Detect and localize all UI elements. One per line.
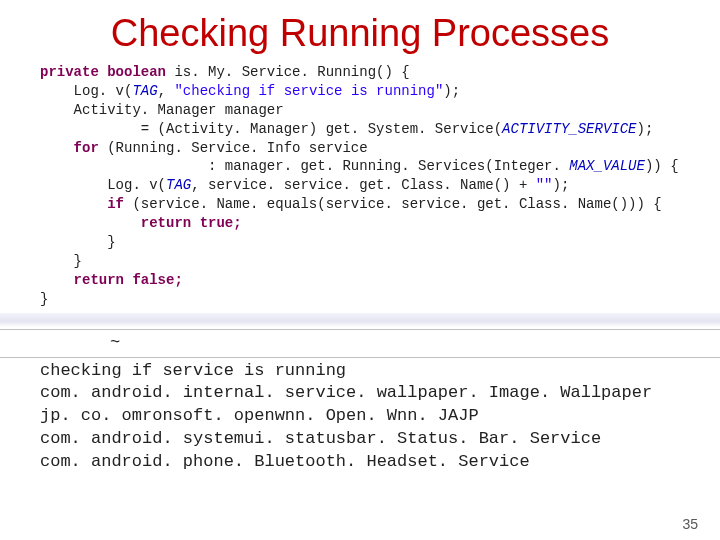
output-line: checking if service is running: [40, 361, 346, 380]
code-field: MAX_VALUE: [569, 158, 645, 174]
separator-line: [0, 357, 720, 358]
code-t: (Running. Service. Info service: [107, 140, 367, 156]
code-kw: private boolean: [40, 64, 174, 80]
output-line: com. android. systemui. statusbar. Statu…: [40, 429, 601, 448]
code-t: , service. service. get. Class. Name() +: [191, 177, 535, 193]
code-t: );: [443, 83, 460, 99]
code-field: TAG: [166, 177, 191, 193]
code-t: : manager. get. Running. Services(Intege…: [40, 158, 569, 174]
output-block: checking if service is running com. andr…: [0, 360, 720, 475]
tilde-mark: ~: [0, 332, 720, 355]
code-t: = (Activity. Manager) get. System. Servi…: [40, 121, 502, 137]
code-t: ,: [158, 83, 175, 99]
code-t: );: [553, 177, 570, 193]
code-t: }: [40, 234, 116, 250]
code-t: Log. v(: [40, 83, 132, 99]
code-t: );: [637, 121, 654, 137]
code-kw: for: [40, 140, 107, 156]
separator-line: [0, 329, 720, 330]
code-t: is. My. Service. Running() {: [174, 64, 409, 80]
code-str: "checking if service is running": [174, 83, 443, 99]
slide-title: Checking Running Processes: [0, 0, 720, 63]
code-kw: return false;: [40, 272, 183, 288]
code-kw: if: [40, 196, 132, 212]
code-field: TAG: [132, 83, 157, 99]
code-t: }: [40, 253, 82, 269]
code-kw: return true;: [40, 215, 242, 231]
page-number: 35: [682, 516, 698, 532]
code-t: Log. v(: [40, 177, 166, 193]
code-t: )) {: [645, 158, 679, 174]
code-block: private boolean is. My. Service. Running…: [0, 63, 720, 309]
code-t: (service. Name. equals(service. service.…: [132, 196, 661, 212]
code-field: ACTIVITY_SERVICE: [502, 121, 636, 137]
code-str: "": [536, 177, 553, 193]
code-t: Activity. Manager manager: [40, 102, 284, 118]
output-line: com. android. phone. Bluetooth. Headset.…: [40, 452, 530, 471]
code-t: }: [40, 291, 48, 307]
separator-bar: [0, 313, 720, 327]
output-line: com. android. internal. service. wallpap…: [40, 383, 652, 402]
output-line: jp. co. omronsoft. openwnn. Open. Wnn. J…: [40, 406, 479, 425]
